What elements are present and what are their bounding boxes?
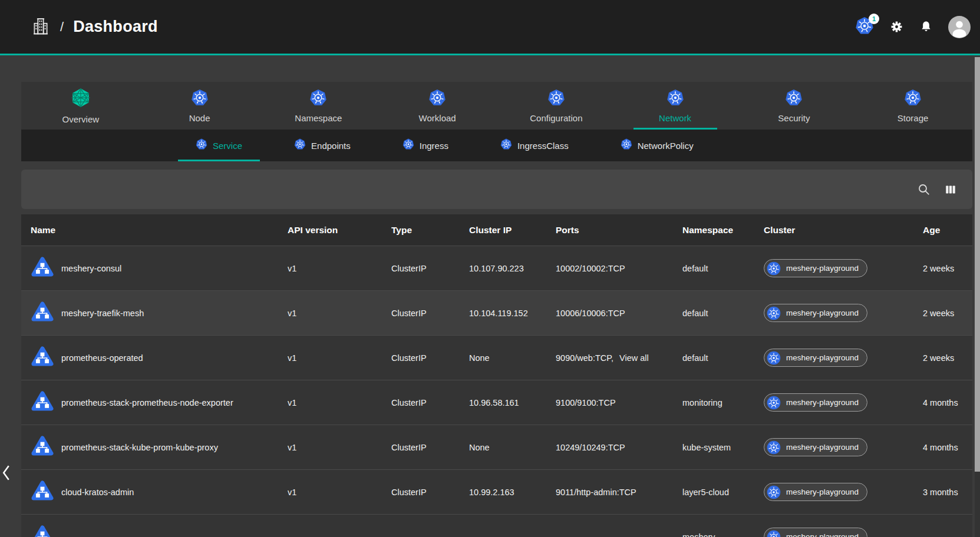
cluster-chip-label: meshery-playground <box>786 398 859 407</box>
column-header-name[interactable]: Name <box>21 225 288 236</box>
subtab-label: Ingress <box>420 141 448 151</box>
tab-label: Security <box>778 113 810 123</box>
table-row[interactable]: prometheus-stack-kube-prom-kube-proxyv1C… <box>21 425 972 469</box>
table-row[interactable]: meshery-consulv1ClusterIP10.107.90.22310… <box>21 246 972 290</box>
organization-building-icon[interactable] <box>31 15 51 39</box>
cluster-cell: meshery-playground <box>764 259 923 277</box>
kubernetes-icon <box>767 396 781 410</box>
column-header-cluster-ip[interactable]: Cluster IP <box>469 225 556 236</box>
cluster-chip-label: meshery-playground <box>786 532 859 537</box>
subtab-endpoints[interactable]: Endpoints <box>268 130 377 161</box>
subtab-networkpolicy[interactable]: NetworkPolicy <box>595 130 720 161</box>
service-name: meshery-traefik-mesh <box>61 309 144 318</box>
tab-storage[interactable]: Storage <box>853 82 972 130</box>
kubernetes-context-button[interactable]: 1 <box>855 18 874 37</box>
view-all-ports-link[interactable]: View all <box>619 353 649 363</box>
cluster-chip[interactable]: meshery-playground <box>764 528 867 537</box>
service-icon <box>31 435 54 459</box>
column-header-ports[interactable]: Ports <box>556 225 682 236</box>
tab-network[interactable]: Network <box>616 82 735 130</box>
cluster-chip[interactable]: meshery-playground <box>764 393 867 412</box>
ports-cell: 9100/9100:TCP <box>556 398 682 407</box>
cluster-cell: meshery-playground <box>764 528 923 537</box>
kubernetes-icon <box>767 396 781 410</box>
table-body: meshery-consulv1ClusterIP10.107.90.22310… <box>21 246 972 537</box>
tab-namespace[interactable]: Namespace <box>259 82 378 130</box>
subtab-ingress[interactable]: Ingress <box>377 130 474 161</box>
service-name-cell: prometheus-stack-kube-prom-kube-proxy <box>21 435 288 459</box>
kubernetes-icon <box>767 306 781 320</box>
tab-workload[interactable]: Workload <box>378 82 497 130</box>
column-header-cluster[interactable]: Cluster <box>764 225 923 236</box>
kubernetes-icon <box>428 89 446 109</box>
table-row[interactable]: cloud-kratos-adminv1ClusterIP10.99.2.163… <box>21 469 972 514</box>
bell-icon[interactable] <box>919 20 933 34</box>
cluster-chip-label: meshery-playground <box>786 264 859 273</box>
table-row[interactable]: prometheus-operatedv1ClusterIPNone9090/w… <box>21 335 972 380</box>
organization-building-icon <box>31 15 51 37</box>
kubernetes-icon <box>767 530 781 537</box>
subtab-service[interactable]: Service <box>170 130 268 161</box>
table-row[interactable]: meshery-traefik-meshv1ClusterIP10.104.11… <box>21 290 972 335</box>
cluster-chip[interactable]: meshery-playground <box>764 349 867 367</box>
breadcrumb: / Dashboard <box>31 15 158 39</box>
namespace-link[interactable]: default <box>682 309 708 318</box>
column-header-age[interactable]: Age <box>923 225 972 236</box>
service-icon <box>31 390 54 413</box>
drawer-collapse-toggle[interactable] <box>1 464 11 484</box>
kubernetes-icon <box>666 89 684 107</box>
page-scrollbar[interactable] <box>975 57 980 537</box>
view-columns-icon[interactable] <box>944 183 957 196</box>
kubernetes-icon <box>309 89 327 107</box>
column-header-type[interactable]: Type <box>391 225 469 236</box>
tab-configuration[interactable]: Configuration <box>497 82 616 130</box>
namespace-link[interactable]: meshery <box>682 532 715 537</box>
cluster-chip[interactable]: meshery-playground <box>764 304 867 322</box>
cluster-ip-cell: 10.96.58.161 <box>469 398 556 407</box>
cluster-chip[interactable]: meshery-playground <box>764 483 867 501</box>
table-row[interactable]: prometheus-stack-prometheus-node-exporte… <box>21 380 972 425</box>
search-icon[interactable] <box>917 183 931 197</box>
scrollbar-thumb[interactable] <box>975 57 980 472</box>
service-icon <box>31 480 54 504</box>
namespace-link[interactable]: kube-system <box>682 443 731 452</box>
tab-node[interactable]: Node <box>140 82 259 130</box>
kubernetes-icon <box>904 89 922 109</box>
kubernetes-icon <box>767 440 781 455</box>
tab-security[interactable]: Security <box>735 82 854 130</box>
table-row[interactable]: mesherymeshery-playground <box>21 514 972 537</box>
tab-overview[interactable]: Overview <box>21 82 140 130</box>
namespace-link[interactable]: monitoring <box>682 398 722 407</box>
tab-label: Configuration <box>530 113 582 123</box>
cluster-chip[interactable]: meshery-playground <box>764 438 867 456</box>
type-cell: ClusterIP <box>391 488 469 497</box>
kubernetes-icon <box>621 138 632 153</box>
kubernetes-icon <box>666 89 684 109</box>
cluster-chip-label: meshery-playground <box>786 309 859 317</box>
kubernetes-icon <box>294 138 306 153</box>
cluster-chip[interactable]: meshery-playground <box>764 259 867 277</box>
tab-label: Storage <box>897 113 929 123</box>
namespace-cell: monitoring <box>682 398 764 407</box>
namespace-link[interactable]: layer5-cloud <box>682 488 729 497</box>
namespace-link[interactable]: default <box>682 264 708 273</box>
gear-icon[interactable] <box>889 19 904 34</box>
column-header-namespace[interactable]: Namespace <box>682 225 764 236</box>
api-version-cell: v1 <box>288 443 391 452</box>
services-table: NameAPI versionTypeCluster IPPortsNamesp… <box>21 214 972 537</box>
context-count-badge: 1 <box>869 14 879 24</box>
avatar[interactable] <box>948 16 971 38</box>
subtab-label: NetworkPolicy <box>638 141 694 151</box>
age-cell: 2 weeks <box>923 264 972 273</box>
service-icon <box>31 301 54 323</box>
type-cell: ClusterIP <box>391 264 469 273</box>
kubernetes-icon <box>767 485 781 499</box>
namespace-link[interactable]: default <box>682 353 708 363</box>
kubernetes-icon <box>196 138 207 150</box>
subtab-label: Service <box>213 141 242 151</box>
subtab-ingressclass[interactable]: IngressClass <box>474 130 595 161</box>
cluster-cell: meshery-playground <box>764 304 923 322</box>
ports-cell: 9090/web:TCP,View all <box>556 353 682 363</box>
column-header-api-version[interactable]: API version <box>288 225 391 236</box>
service-name: prometheus-stack-kube-prom-kube-proxy <box>61 443 218 452</box>
